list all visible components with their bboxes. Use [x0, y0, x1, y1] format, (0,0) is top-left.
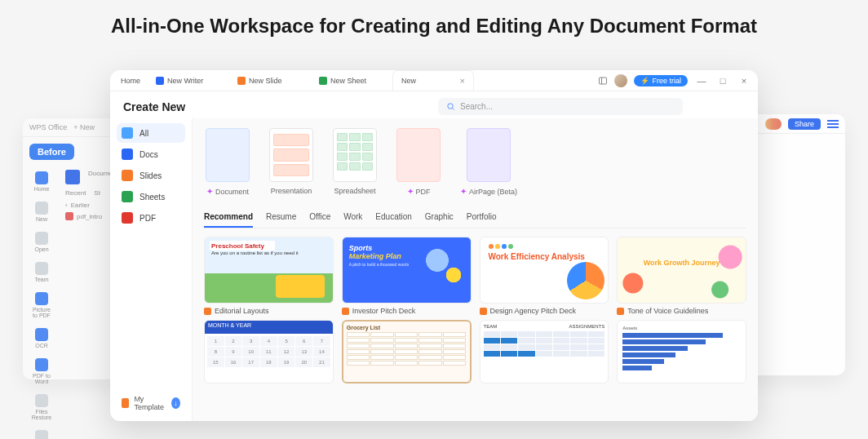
- avatar-group-icon: [765, 118, 782, 130]
- pdf2word-icon: [35, 358, 48, 371]
- svg-line-3: [453, 109, 454, 110]
- ppt-icon: [480, 308, 487, 315]
- avatar[interactable]: [614, 74, 627, 87]
- tab-recommend[interactable]: Recommend: [204, 209, 253, 228]
- svg-rect-0: [600, 78, 607, 84]
- search-input[interactable]: Search...: [438, 98, 683, 115]
- category-tabs: Recommend Resume Office Work Education G…: [204, 206, 746, 228]
- search-icon: [446, 102, 455, 111]
- tab-education[interactable]: Education: [375, 209, 411, 228]
- ppt-icon: [204, 308, 211, 315]
- template-row-2: MONTH & YEAR 123456789101112131415161718…: [204, 320, 746, 384]
- sheet-icon: [319, 77, 327, 85]
- template-card[interactable]: Assets: [617, 320, 746, 384]
- tab-home[interactable]: Home: [110, 70, 148, 91]
- pic2pdf-icon: [35, 292, 48, 305]
- free-trial-button[interactable]: ⚡Free trial: [634, 75, 688, 86]
- restore-icon: [35, 394, 48, 407]
- doc-icon: [65, 170, 80, 184]
- template-cards: Preschool SafetyAre you on a routine lis…: [204, 228, 746, 320]
- template-card[interactable]: Work Growth Journey Tone of Voice Guidel…: [617, 237, 746, 315]
- new-button-ghost: + New: [73, 123, 95, 131]
- writer-icon: [156, 77, 164, 85]
- tab-slide[interactable]: New Slide: [229, 70, 311, 91]
- tab-work[interactable]: Work: [343, 209, 362, 228]
- tab-sheet[interactable]: New Sheet: [311, 70, 392, 91]
- open-icon: [35, 232, 48, 245]
- more-icon: [35, 430, 48, 439]
- doctype-presentation[interactable]: Presentation: [269, 128, 313, 196]
- ppt-icon: [342, 308, 349, 315]
- content-area: ✦Document Presentation Spreadsheet ✦PDF …: [192, 118, 758, 421]
- before-badge: Before: [29, 144, 74, 160]
- doctype-document[interactable]: ✦Document: [206, 128, 250, 196]
- template-card[interactable]: MONTH & YEAR 123456789101112131415161718…: [204, 320, 334, 384]
- template-icon: [122, 398, 129, 408]
- docs-icon: [122, 149, 133, 160]
- pdf-file-icon: [65, 212, 73, 220]
- doctype-airpage[interactable]: ✦AirPage (Beta): [460, 128, 517, 196]
- doc-type-row: ✦Document Presentation Spreadsheet ✦PDF …: [204, 123, 746, 206]
- sidebar: All Docs Slides Sheets PDF My Template ↓: [110, 118, 192, 421]
- template-card[interactable]: SportsMarketing PlanA pitch to build a t…: [342, 237, 472, 315]
- minimize-button[interactable]: —: [694, 76, 709, 86]
- team-icon: [35, 262, 48, 275]
- template-card[interactable]: Work Efficiency Analysis Design Agency P…: [480, 237, 609, 315]
- tab-portfolio[interactable]: Portfolio: [467, 209, 497, 228]
- tab-resume[interactable]: Resume: [266, 209, 296, 228]
- close-button[interactable]: ×: [737, 76, 751, 86]
- template-card[interactable]: Preschool SafetyAre you on a routine lis…: [204, 237, 334, 315]
- all-icon: [122, 127, 133, 139]
- download-icon[interactable]: ↓: [171, 397, 180, 409]
- slides-icon: [122, 170, 133, 181]
- pdf-icon: [122, 212, 133, 224]
- home-icon: [35, 171, 48, 184]
- lightning-icon: ⚡: [640, 77, 649, 85]
- close-icon[interactable]: ×: [460, 76, 465, 86]
- tab-writer[interactable]: New Writer: [148, 70, 229, 91]
- panel-icon[interactable]: [598, 76, 608, 86]
- sidebar-item-slides[interactable]: Slides: [117, 166, 185, 185]
- ocr-icon: [35, 328, 48, 341]
- sheets-icon: [122, 191, 133, 202]
- my-template-button[interactable]: My Template ↓: [117, 390, 185, 416]
- app-window: Home New Writer New Slide New Sheet New×…: [110, 70, 758, 421]
- tab-new[interactable]: New×: [392, 70, 474, 91]
- slide-icon: [237, 77, 246, 85]
- menu-icon: [827, 120, 839, 128]
- new-icon: [35, 202, 48, 215]
- tab-office[interactable]: Office: [309, 209, 330, 228]
- doctype-spreadsheet[interactable]: Spreadsheet: [333, 128, 377, 196]
- doctype-pdf[interactable]: ✦PDF: [396, 128, 441, 196]
- ppt-icon: [617, 308, 624, 315]
- ai-icon: ✦: [460, 187, 467, 196]
- search-placeholder: Search...: [460, 102, 493, 111]
- ai-icon: ✦: [206, 187, 213, 196]
- hero-title: All-in-One Workspace for Creating and Ed…: [0, 0, 868, 47]
- tab-graphic[interactable]: Graphic: [425, 209, 454, 228]
- ai-icon: ✦: [407, 187, 414, 196]
- create-new-title: Create New: [120, 100, 185, 113]
- share-button: Share: [788, 118, 821, 130]
- template-card[interactable]: Grocery List: [342, 320, 472, 384]
- sidebar-item-pdf[interactable]: PDF: [117, 208, 185, 228]
- maximize-button[interactable]: □: [715, 76, 730, 86]
- brand-label: WPS Office: [29, 123, 67, 131]
- template-card[interactable]: TEAMASSIGNMENTS: [480, 320, 609, 384]
- svg-point-2: [448, 104, 453, 109]
- sidebar-item-docs[interactable]: Docs: [117, 144, 185, 164]
- sidebar-item-sheets[interactable]: Sheets: [117, 187, 185, 206]
- titlebar: Home New Writer New Slide New Sheet New×…: [110, 70, 758, 91]
- sidebar-item-all[interactable]: All: [117, 123, 185, 143]
